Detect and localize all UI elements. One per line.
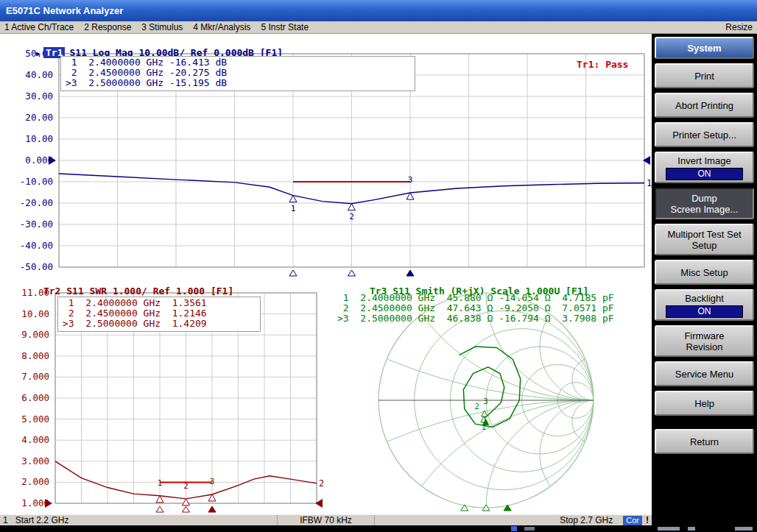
- status-right: Stop 2.7 GHz Cor !: [375, 515, 652, 525]
- softkey-value: ON: [666, 305, 742, 318]
- softkey-label: Abort Printing: [675, 100, 733, 111]
- marker-3[interactable]: [208, 494, 216, 501]
- status-left: 1 Start 2.2 GHz: [0, 515, 278, 525]
- taskbar-clock-fragment: [735, 527, 753, 531]
- taskbar-icon-fragment: [524, 527, 535, 531]
- softkey-service-menu[interactable]: Service Menu: [655, 361, 754, 386]
- taskbar-tray-fragment: [688, 527, 695, 531]
- softkey-label: Setup: [692, 240, 717, 251]
- y-axis-tick: -50.00: [20, 261, 53, 272]
- y-axis-tick: 9.000: [21, 329, 49, 340]
- marker-number: 3: [408, 175, 413, 185]
- y-axis-tick: 4.000: [21, 434, 49, 445]
- y-axis-tick: -40.00: [20, 240, 53, 251]
- y-axis-tick: 10.00: [21, 308, 49, 319]
- y-axis-tick: -10.00: [20, 176, 53, 187]
- instrument-screen: E5071C Network Analyzer 1 Active Ch/Trac…: [0, 0, 757, 532]
- taskbar-sliver: [0, 525, 757, 532]
- alert-indicator: !: [646, 515, 649, 525]
- softkey-label: Dump: [691, 193, 717, 204]
- softkey-label: Return: [690, 436, 719, 447]
- softkey-abort-printing[interactable]: Abort Printing: [655, 93, 754, 118]
- marker-1[interactable]: [156, 496, 163, 503]
- softkey-label: Backlight: [685, 293, 724, 304]
- marker-number: 3: [483, 397, 488, 406]
- tr2-label: Tr2: [43, 285, 60, 297]
- menu-item[interactable]: 1 Active Ch/Trace: [4, 22, 74, 32]
- softkey-label: Help: [694, 398, 714, 409]
- softkey-menu: SystemPrintAbort PrintingPrinter Setup..…: [652, 34, 757, 525]
- window-title: E5071C Network Analyzer: [6, 5, 123, 16]
- marker-2[interactable]: [183, 499, 190, 506]
- marker-number: 1: [158, 478, 163, 488]
- softkey-return[interactable]: Return: [655, 429, 754, 454]
- tr1-limit-status: Tr1: Pass: [577, 59, 628, 70]
- menu-item[interactable]: 3 Stimulus: [141, 22, 183, 32]
- softkey-help[interactable]: Help: [655, 391, 754, 416]
- menu-bar-items: 1 Active Ch/Trace2 Response3 Stimulus4 M…: [4, 22, 309, 32]
- softkey-label: Firmware: [684, 330, 724, 341]
- menu-item[interactable]: 5 Instr State: [261, 22, 309, 32]
- softkey-system[interactable]: System: [655, 37, 754, 59]
- y-axis-tick: 10.00: [25, 133, 53, 144]
- start-frequency: Start 2.2 GHz: [15, 515, 69, 525]
- tr1-marker-table: 1 2.4000000 GHz -16.413 dB 2 2.4500000 G…: [60, 56, 415, 91]
- stop-frequency: Stop 2.7 GHz: [560, 515, 613, 525]
- trace: [460, 347, 521, 428]
- marker-number: 2: [183, 481, 189, 491]
- title-bar[interactable]: E5071C Network Analyzer: [0, 0, 757, 21]
- tr2-measurement-label: S11 SWR 1.000/ Ref 1.000 [F1]: [66, 285, 233, 297]
- softkey-printer-setup[interactable]: Printer Setup...: [655, 122, 754, 147]
- tr3-marker-table: 1 2.4000000 GHz 45.880 Ω -14.054 Ω 4.718…: [337, 293, 614, 324]
- softkey-print[interactable]: Print: [655, 63, 754, 88]
- stimulus-marker-1: [289, 270, 297, 276]
- softkey-value: ON: [666, 168, 742, 180]
- tr2-marker-table: 1 2.4000000 GHz 1.3561 2 2.4500000 GHz 1…: [57, 297, 261, 332]
- softkey-misc-setup[interactable]: Misc Setup: [655, 260, 754, 285]
- softkey-label: Misc Setup: [680, 267, 728, 278]
- y-axis-tick: -20.00: [20, 197, 53, 208]
- menu-resize[interactable]: Resize: [725, 22, 753, 32]
- y-axis-tick: 8.000: [21, 350, 49, 361]
- softkey-label: System: [687, 43, 721, 54]
- taskbar-tray-fragment: [658, 527, 680, 531]
- softkey-label: Invert Image: [677, 155, 730, 166]
- stimulus-marker-3: [208, 506, 216, 512]
- marker-2[interactable]: [348, 204, 356, 210]
- ifbw-indicator: IFBW 70 kHz: [278, 515, 375, 525]
- y-axis-tick: 30.00: [25, 91, 53, 102]
- softkey-multiport-test-set-setup[interactable]: Multiport Test SetSetup: [655, 224, 754, 255]
- softkey-label: Print: [694, 71, 714, 82]
- menu-item[interactable]: 4 Mkr/Analysis: [193, 22, 250, 32]
- softkey-dump-screen-image[interactable]: DumpScreen Image...: [655, 188, 754, 219]
- plot-area: 50.0040.0030.0020.0010.000.000-10.00-20.…: [0, 34, 652, 514]
- softkey-label: Multiport Test Set: [667, 229, 741, 240]
- active-trace-arrow-icon: ▶: [36, 49, 41, 57]
- taskbar-icon-fragment: [511, 526, 517, 531]
- y-axis-tick: 2.000: [21, 476, 49, 487]
- trace-number: 1: [647, 178, 652, 188]
- softkey-backlight[interactable]: BacklightON: [655, 289, 754, 321]
- marker-number: 1: [291, 204, 296, 213]
- softkey-label: Service Menu: [675, 369, 733, 380]
- softkey-label: Revision: [686, 341, 723, 352]
- y-axis-tick: 40.00: [25, 69, 53, 80]
- stimulus-marker-1: [156, 506, 163, 512]
- status-bar: 1 Start 2.2 GHz IFBW 70 kHz Stop 2.7 GHz…: [0, 514, 652, 525]
- softkey-label: Screen Image...: [671, 204, 739, 215]
- softkey-firmware-revision[interactable]: FirmwareRevision: [655, 325, 754, 357]
- correction-badge: Cor: [623, 516, 642, 525]
- softkey-label: Printer Setup...: [672, 130, 736, 141]
- y-axis-tick: 6.000: [21, 392, 49, 403]
- marker-number: 2: [349, 212, 354, 221]
- menu-bar: 1 Active Ch/Trace2 Response3 Stimulus4 M…: [0, 21, 757, 34]
- menu-item[interactable]: 2 Response: [84, 22, 131, 32]
- softkey-invert-image[interactable]: Invert ImageON: [655, 152, 754, 183]
- y-axis-tick: 3.000: [21, 455, 49, 467]
- marker-number: 3: [210, 477, 215, 486]
- stimulus-marker-2: [183, 506, 190, 512]
- trace-number: 2: [319, 478, 324, 489]
- marker-2[interactable]: [482, 411, 487, 416]
- y-axis-tick: -30.00: [20, 219, 53, 230]
- channel-indicator: 1: [3, 515, 8, 525]
